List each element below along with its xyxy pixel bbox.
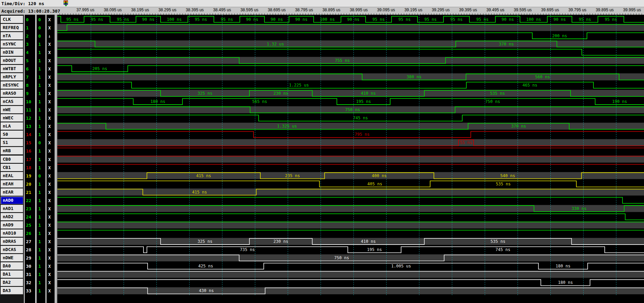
duration-label-CLK: 95 ns (605, 17, 617, 22)
duration-label-nDRAS: 535 ns (491, 239, 505, 244)
duration-label-nDRAS: 325 ns (197, 239, 212, 244)
duration-label-nWE: 750 ns (345, 107, 360, 112)
duration-label-nDOUT: 755 ns (335, 58, 350, 63)
duration-label-CLK: 90 ns (295, 17, 307, 22)
duration-label-DA0: 180 ns (556, 264, 570, 268)
logic-analyzer-window: Time/Div: 120 ns B Acquired: 13:08:28.30… (0, 0, 644, 303)
duration-label-CLK: 95 ns (221, 17, 233, 22)
waveform-S0: 795 ns (57, 131, 644, 137)
waveform-CLK: 95 ns95 ns95 ns90 ns100 ns95 ns95 ns90 n… (57, 16, 644, 23)
duration-label-CLK: 95 ns (579, 17, 591, 22)
duration-label-nSYNC: 370 ns (499, 42, 513, 47)
duration-label-CLK: 100 ns (320, 17, 334, 22)
duration-label-nRASO: 535 ns (490, 91, 505, 96)
duration-label-CLK: 95 ns (476, 17, 489, 22)
duration-label-nEAL: 540 ns (500, 173, 515, 178)
duration-label-nRPLY: 560 ns (535, 75, 550, 79)
waveform-nDCAS: 735 ns195 ns745 ns (57, 247, 644, 253)
duration-label-nDCAS: 745 ns (495, 247, 510, 252)
duration-label-nDRAS: 230 ns (273, 239, 288, 244)
duration-label-CLK: 95 ns (195, 17, 207, 22)
duration-label-S0: 795 ns (355, 132, 369, 137)
duration-label-nESYNC: 1.225 us (289, 83, 309, 88)
duration-label-CLK: 95 ns (91, 17, 103, 22)
duration-label-nCAS: 195 ns (356, 99, 371, 104)
waveform-nCAS: 180 ns565 ns195 ns750 ns190 ns (57, 98, 644, 105)
duration-label-nEAL: 400 ns (372, 173, 386, 178)
duration-label-nCAS: 190 ns (612, 99, 627, 104)
waveform-nAD0 (57, 197, 644, 203)
duration-label-DA3: 430 ns (199, 288, 214, 293)
duration-label-nDWE: 750 ns (334, 255, 349, 260)
duration-label-nCAS: 565 ns (252, 99, 267, 104)
duration-label-S1: 55 ns (460, 140, 472, 145)
duration-label-nCAS: 180 ns (150, 99, 165, 104)
waveform-nTA: 200 ns (57, 33, 644, 39)
duration-label-CLK: 95 ns (424, 17, 437, 22)
duration-label-CLK: 95 ns (372, 17, 385, 22)
waveform-DA2: 180 ns (57, 280, 644, 286)
waveform-nWEC: 745 ns (57, 115, 644, 121)
duration-label-DA2: 180 ns (558, 280, 573, 285)
duration-label-nEAH: 405 ns (367, 182, 382, 186)
duration-label-nDRAS: 410 ns (361, 239, 375, 244)
duration-label-CLK: 95 ns (66, 17, 79, 22)
duration-label-CLK: 90 ns (246, 17, 258, 22)
duration-label-CLK: 100 ns (526, 17, 541, 22)
duration-label-nEAL: 415 ns (196, 173, 211, 178)
duration-label-CLK: 95 ns (117, 17, 129, 22)
duration-label-nWTBT: 205 ns (92, 66, 107, 71)
duration-label-nEAH: 535 ns (496, 182, 510, 186)
duration-label-DA0: 425 ns (198, 264, 213, 268)
row-stripes (57, 24, 644, 294)
waveform-display[interactable]: 95 ns95 ns95 ns90 ns100 ns95 ns95 ns90 n… (0, 0, 644, 303)
duration-label-DA0: 1.005 us (391, 264, 411, 268)
duration-label-nDCAS: 195 ns (367, 247, 382, 252)
duration-label-nLA: 370 ns (511, 124, 526, 129)
duration-label-CLK: 100 ns (167, 17, 181, 22)
duration-label-CLK: 90 ns (502, 17, 514, 22)
waveform-nESYNC: 1.225 us465 ns (57, 82, 644, 88)
duration-label-nCAS: 750 ns (485, 99, 500, 104)
duration-label-nTA: 200 ns (552, 34, 567, 38)
waveform-nDIN (57, 49, 644, 55)
duration-label-CLK: 90 ns (347, 17, 359, 22)
duration-label-nRPLY: 380 ns (407, 75, 421, 79)
duration-label-CLK: 95 ns (398, 17, 411, 22)
waveform-nAD2 (57, 214, 644, 220)
duration-label-nESYNC: 465 ns (522, 83, 537, 88)
duration-label-nRASO: 230 ns (273, 91, 288, 96)
duration-label-nSYNC: 1.32 us (267, 42, 284, 47)
duration-label-CLK: 90 ns (142, 17, 154, 22)
duration-label-nRASO: 410 ns (361, 91, 375, 96)
duration-label-CLK: 95 ns (450, 17, 463, 22)
duration-label-nDCAS: 735 ns (240, 247, 255, 252)
duration-label-nEAR: 415 ns (192, 190, 207, 195)
duration-label-CLK: 90 ns (553, 17, 566, 22)
duration-label-nAD1: 330 ns (572, 206, 586, 211)
waveform-nEAH: 405 ns535 ns (57, 181, 644, 187)
waveform-nWTBT: 205 ns (57, 66, 644, 72)
waveform-DA0: 425 ns1.005 us180 ns (57, 263, 644, 269)
duration-label-nEAL: 235 ns (285, 173, 300, 178)
duration-label-nRASO: 325 ns (197, 91, 212, 96)
duration-label-CLK: 90 ns (271, 17, 283, 22)
duration-label-nLA: 1.325 us (277, 124, 297, 129)
duration-label-nWEC: 745 ns (353, 116, 368, 120)
